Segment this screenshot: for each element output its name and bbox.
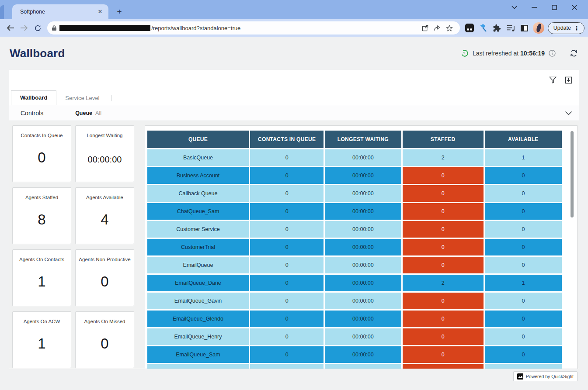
contacts-in-queue-cell: 0 <box>250 346 324 363</box>
longest-waiting-cell: 00:00:00 <box>325 221 401 238</box>
contacts-in-queue-cell: 0 <box>250 311 324 327</box>
staffed-cell: 0 <box>403 328 484 345</box>
bookmark-star-icon[interactable] <box>443 22 456 34</box>
table-row[interactable]: CustomerTrial000:00:0000 <box>147 239 562 255</box>
table-row[interactable]: EmailQueue_Dane000:00:0021 <box>147 275 562 291</box>
side-panel-icon[interactable] <box>518 22 530 34</box>
maximize-button[interactable] <box>544 0 564 14</box>
sheet-toolbar <box>9 70 579 90</box>
table-row[interactable]: Callback Queue000:00:0000 <box>147 185 562 202</box>
staffed-cell: 2 <box>403 275 484 291</box>
info-icon[interactable] <box>549 50 556 57</box>
contacts-in-queue-cell: 0 <box>250 364 324 369</box>
export-icon[interactable] <box>564 75 573 85</box>
kpi-label: Agents On Contacts <box>17 257 66 262</box>
url-bar[interactable]: /reports/wallboard?standalone=true <box>47 21 460 35</box>
last-refreshed-time: 10:56:19 <box>520 50 545 57</box>
extension-axe-icon[interactable] <box>477 22 489 34</box>
reload-icon[interactable] <box>31 21 44 35</box>
longest-waiting-cell: 00:00:00 <box>325 346 401 363</box>
table-row[interactable]: EmailQueue_Glendo000:00:0000 <box>147 311 562 327</box>
forward-icon[interactable] <box>17 21 30 35</box>
kpi-label: Agents Available <box>84 195 125 200</box>
update-button[interactable]: Update ⋮ <box>548 22 585 34</box>
queue-name-cell: Callback Queue <box>147 185 249 202</box>
powered-by-text: Powered by QuickSight <box>526 374 574 379</box>
kpi-value: 0 <box>101 335 108 352</box>
tab-title: Softphone <box>20 9 96 15</box>
table-row[interactable]: Customer Service000:00:0000 <box>147 221 562 238</box>
tab-close-icon[interactable]: ✕ <box>96 8 104 16</box>
table-row[interactable]: EmailQueue_Gavin000:00:0000 <box>147 293 562 309</box>
table-row[interactable]: ChatQueue_Sam000:00:0000 <box>147 203 562 220</box>
kpi-value: 0 <box>38 149 45 166</box>
staffed-cell: 0 <box>403 185 484 202</box>
kpi-card[interactable]: Agents Non-Productive0 <box>75 249 134 306</box>
queue-name-cell: EmailQueue_Henry <box>147 328 249 345</box>
contacts-in-queue-cell: 0 <box>250 221 324 238</box>
close-window-button[interactable] <box>564 0 585 14</box>
column-header: LONGEST WAITING <box>325 131 401 148</box>
url-text: /reports/wallboard?standalone=true <box>151 25 419 31</box>
extension-domino-icon[interactable] <box>463 22 475 34</box>
tab-wallboard[interactable]: Wallboard <box>11 90 56 105</box>
refresh-icon[interactable] <box>569 49 578 58</box>
dashboard-content: Contacts In Queue0Longest Waiting00:00:0… <box>9 121 579 369</box>
table-row[interactable]: EmailQueue000:00:0000 <box>147 257 562 273</box>
kpi-card[interactable]: Agents On Missed0 <box>75 311 134 368</box>
table-scrollbar[interactable] <box>571 131 574 217</box>
kpi-card[interactable]: Agents Available4 <box>75 187 134 244</box>
kpi-value: 4 <box>101 211 108 228</box>
reading-list-icon[interactable] <box>504 22 516 34</box>
longest-waiting-cell: 00:00:00 <box>325 293 401 309</box>
extensions-puzzle-icon[interactable] <box>491 22 503 34</box>
table-row[interactable]: EmailQueue_Tom000:00:0000 <box>147 364 562 369</box>
table-row[interactable]: EmailQueue_Sam000:00:0000 <box>147 346 562 363</box>
available-cell: 0 <box>485 311 562 327</box>
browser-toolbar: /reports/wallboard?standalone=true Updat… <box>0 19 588 37</box>
staffed-cell: 0 <box>403 221 484 238</box>
tab-search-icon[interactable] <box>504 0 524 14</box>
chevron-down-icon[interactable] <box>565 111 572 115</box>
quicksight-badge[interactable]: Powered by QuickSight <box>513 371 578 381</box>
back-icon[interactable] <box>4 21 17 35</box>
kpi-card[interactable]: Contacts In Queue0 <box>12 125 71 182</box>
dashboard-tabs: Wallboard Service Level <box>9 90 579 105</box>
longest-waiting-cell: 00:00:00 <box>325 149 401 166</box>
kpi-card[interactable]: Agents Staffed8 <box>12 187 71 244</box>
browser-menu-icon[interactable]: ⋮ <box>571 24 582 31</box>
minimize-button[interactable] <box>524 0 544 14</box>
table-row[interactable]: BasicQueue000:00:0021 <box>147 149 562 166</box>
queue-filter-label: Queue <box>75 110 92 116</box>
open-in-new-icon[interactable] <box>419 22 431 34</box>
new-tab-button[interactable]: + <box>114 6 125 17</box>
longest-waiting-cell: 00:00:00 <box>325 364 401 369</box>
dashboard-sheet: Wallboard Service Level Controls Queue A… <box>9 70 579 369</box>
profile-avatar[interactable] <box>533 22 544 34</box>
available-cell: 0 <box>485 221 562 238</box>
browser-tab[interactable]: Softphone ✕ <box>12 4 108 19</box>
refresh-timer-icon <box>461 49 469 57</box>
share-icon[interactable] <box>431 22 443 34</box>
queue-name-cell: Business Account <box>147 167 249 184</box>
column-header: STAFFED <box>403 131 484 148</box>
available-cell: 0 <box>485 257 562 273</box>
queue-table-panel: QUEUECONTACTS IN QUEUELONGEST WAITINGSTA… <box>145 125 578 369</box>
controls-title: Controls <box>21 110 43 117</box>
tab-service-level[interactable]: Service Level <box>56 91 108 105</box>
kpi-card[interactable]: Agents On ACW1 <box>12 311 71 368</box>
available-cell: 0 <box>485 328 562 345</box>
longest-waiting-cell: 00:00:00 <box>325 167 401 184</box>
staffed-cell: 0 <box>403 364 484 369</box>
browser-tab-strip: Softphone ✕ + <box>0 0 588 19</box>
filter-funnel-icon[interactable] <box>548 75 557 85</box>
table-row[interactable]: EmailQueue_Henry000:00:0000 <box>147 328 562 345</box>
longest-waiting-cell: 00:00:00 <box>325 203 401 220</box>
kpi-label: Agents Staffed <box>24 195 60 200</box>
table-row[interactable]: Business Account000:00:0000 <box>147 167 562 184</box>
kpi-card[interactable]: Longest Waiting00:00:00 <box>75 125 134 182</box>
queue-table-header: QUEUECONTACTS IN QUEUELONGEST WAITINGSTA… <box>147 131 562 148</box>
staffed-cell: 0 <box>403 311 484 327</box>
kpi-card[interactable]: Agents On Contacts1 <box>12 249 71 306</box>
queue-filter-value[interactable]: All <box>95 110 101 116</box>
